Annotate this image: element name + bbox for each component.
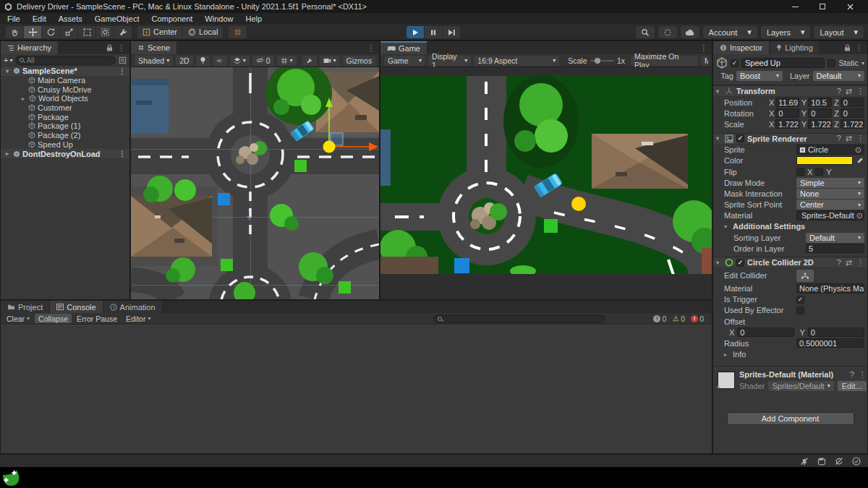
component-enabled-checkbox[interactable]: ✓ xyxy=(736,259,744,267)
hierarchy-item-package[interactable]: Package xyxy=(1,112,129,121)
display-dropdown[interactable]: Display 1▾ xyxy=(428,56,471,66)
physics-material-field[interactable]: None (Physics Mat ⊙ xyxy=(796,283,864,294)
edit-collider-button[interactable] xyxy=(796,270,814,282)
layers-dropdown[interactable]: Layers▾ xyxy=(761,26,811,38)
static-dropdown-icon[interactable]: ▾ xyxy=(861,60,864,67)
kebab-menu-icon[interactable]: ⋮ xyxy=(856,258,864,267)
foldout-icon[interactable]: ▾ xyxy=(716,260,722,266)
menu-window[interactable]: Window xyxy=(205,14,233,23)
error-count-badge[interactable]: !0 xyxy=(688,314,707,323)
hierarchy-item-package-2[interactable]: Package (2) xyxy=(1,131,129,140)
tab-project[interactable]: Project xyxy=(1,301,50,313)
shading-mode-dropdown[interactable]: Shaded▾ xyxy=(135,56,173,66)
flip-y-checkbox[interactable] xyxy=(815,168,823,176)
foldout-icon[interactable]: ▾ xyxy=(716,88,722,95)
pause-button[interactable] xyxy=(425,26,442,38)
circle-collider-header[interactable]: ▾ ✓ Circle Collider 2D ? ⇄ ⋮ xyxy=(713,257,867,268)
lighting-toggle-button[interactable] xyxy=(196,56,210,66)
position-z-field[interactable]: 0 xyxy=(841,98,864,107)
maximize-on-play-button[interactable]: Maximize On Play xyxy=(631,56,698,66)
add-component-button[interactable]: Add Component xyxy=(727,412,854,425)
kebab-menu-icon[interactable]: ⋮ xyxy=(856,44,863,52)
render-doctor-button[interactable] xyxy=(658,26,677,38)
position-x-field[interactable]: 11.69 xyxy=(775,98,799,107)
material-object-field[interactable]: Sprites-Default ⊙ xyxy=(796,210,864,221)
gameobject-name-field[interactable]: Speed Up xyxy=(741,58,825,68)
warning-count-badge[interactable]: ⚠0 xyxy=(669,314,688,323)
tab-scene[interactable]: Scene xyxy=(131,41,177,54)
scene-visibility-button[interactable]: 0 xyxy=(252,56,274,66)
effects-dropdown[interactable]: ▾ xyxy=(230,56,250,66)
sprite-object-field[interactable]: Circle ⊙ xyxy=(796,145,864,155)
tab-hierarchy[interactable]: Hierarchy xyxy=(1,41,59,54)
flip-x-checkbox[interactable] xyxy=(796,168,804,176)
move-tool-button[interactable] xyxy=(24,26,41,38)
scale-slider[interactable] xyxy=(590,60,614,61)
scene-tools-button[interactable] xyxy=(302,56,317,66)
maximize-button[interactable] xyxy=(809,0,836,13)
grid-visibility-dropdown[interactable]: ▾ xyxy=(277,56,297,66)
hierarchy-item-cruisy-mcdrive[interactable]: Cruisy McDrive xyxy=(1,85,129,94)
camera-dropdown[interactable]: ▾ xyxy=(320,56,340,66)
layout-dropdown[interactable]: Layout▾ xyxy=(814,26,864,38)
menu-gameobject[interactable]: GameObject xyxy=(95,14,140,23)
foldout-icon[interactable]: ▾ xyxy=(724,223,730,230)
collapse-toggle[interactable]: Collapse xyxy=(35,314,72,323)
additional-settings-label[interactable]: Additional Settings xyxy=(733,222,805,231)
is-trigger-checkbox[interactable]: ✓ xyxy=(796,296,804,304)
kebab-menu-icon[interactable]: ⋮ xyxy=(856,87,864,96)
search-window-icon[interactable] xyxy=(119,56,127,64)
scene-row-samplescene[interactable]: ▾ SampleScene* ⋮ xyxy=(1,67,129,76)
hierarchy-item-main-camera[interactable]: Main Camera xyxy=(1,76,129,85)
shader-dropdown[interactable]: Sprites/Default▾ xyxy=(768,381,833,391)
kebab-menu-icon[interactable]: ⋮ xyxy=(856,134,864,143)
scene-viewport[interactable] xyxy=(131,67,379,299)
lock-icon[interactable] xyxy=(106,44,113,51)
color-swatch[interactable] xyxy=(796,156,853,165)
object-picker-icon[interactable]: ⊙ xyxy=(855,145,861,155)
hierarchy-search-input[interactable]: All xyxy=(15,56,116,65)
lock-icon[interactable] xyxy=(844,44,851,51)
scale-z-field[interactable]: 1.722 xyxy=(841,119,864,129)
rotation-x-field[interactable]: 0 xyxy=(775,108,799,118)
offset-x-field[interactable]: 0 xyxy=(737,328,793,337)
error-pause-toggle[interactable]: Error Pause xyxy=(73,314,121,323)
tab-inspector[interactable]: Inspector xyxy=(713,41,770,54)
cloud-button[interactable] xyxy=(681,26,699,38)
grid-snap-button[interactable] xyxy=(229,26,246,38)
space-toggle-button[interactable]: Local xyxy=(183,26,223,38)
progress-check-icon[interactable] xyxy=(852,457,861,466)
hierarchy-item-customer[interactable]: Customer xyxy=(1,103,129,113)
menu-assets[interactable]: Assets xyxy=(59,14,82,23)
account-dropdown[interactable]: Account▾ xyxy=(703,26,757,38)
hierarchy-item-package-1[interactable]: Package (1) xyxy=(1,121,129,131)
help-icon[interactable]: ? xyxy=(837,134,841,143)
kebab-menu-icon[interactable]: ⋮ xyxy=(367,44,375,52)
rect-tool-button[interactable] xyxy=(78,26,95,38)
eyedropper-icon[interactable] xyxy=(856,157,864,164)
preset-icon[interactable]: ⇄ xyxy=(846,258,852,267)
tab-console[interactable]: Console xyxy=(50,301,103,313)
pivot-toggle-button[interactable]: Center xyxy=(137,26,182,38)
sort-point-dropdown[interactable]: Center▾ xyxy=(796,200,864,210)
sorting-layer-dropdown[interactable]: Default▾ xyxy=(806,233,864,243)
kebab-menu-icon[interactable]: ⋮ xyxy=(700,44,707,52)
expand-icon[interactable]: ▸ xyxy=(724,351,730,358)
active-checkbox[interactable]: ✓ xyxy=(731,59,739,67)
scene-row-dontdestroyonload[interactable]: ▸ DontDestroyOnLoad ⋮ xyxy=(1,149,129,158)
offset-y-field[interactable]: 0 xyxy=(808,328,864,337)
object-picker-icon[interactable]: ⊙ xyxy=(856,211,863,221)
component-enabled-checkbox[interactable]: ✓ xyxy=(736,134,744,142)
foldout-icon[interactable]: ▾ xyxy=(716,135,722,142)
console-search-input[interactable] xyxy=(433,314,605,323)
game-viewport[interactable] xyxy=(380,67,712,299)
hierarchy-item-speed-up[interactable]: Speed Up xyxy=(1,140,129,150)
kebab-menu-icon[interactable]: ⋮ xyxy=(118,44,125,52)
help-icon[interactable]: ? xyxy=(837,87,841,96)
rotation-z-field[interactable]: 0 xyxy=(841,108,864,118)
rotate-tool-button[interactable] xyxy=(42,26,59,38)
help-icon[interactable]: ? xyxy=(837,258,841,267)
tag-dropdown[interactable]: Boost▾ xyxy=(736,71,783,81)
2d-toggle-button[interactable]: 2D xyxy=(176,56,192,66)
draw-mode-dropdown[interactable]: Simple▾ xyxy=(796,178,864,188)
